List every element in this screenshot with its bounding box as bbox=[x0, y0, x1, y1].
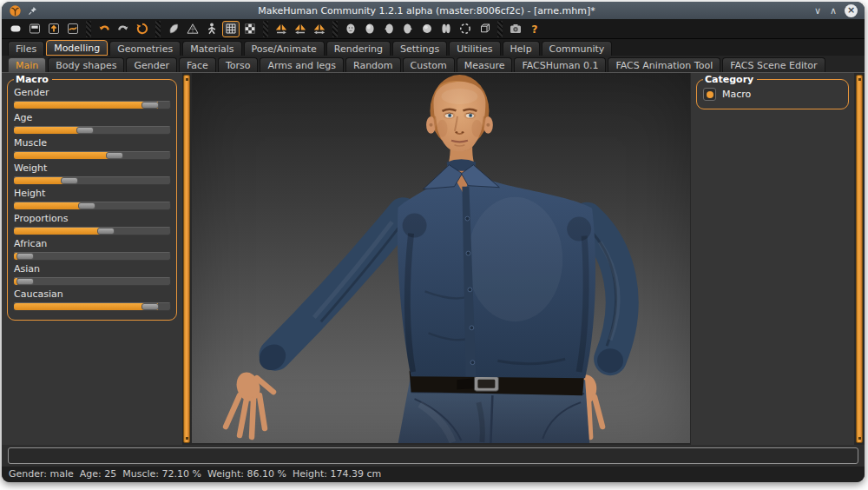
view-perspective-icon[interactable] bbox=[476, 21, 493, 37]
undo-icon[interactable] bbox=[95, 21, 113, 37]
subtab-face[interactable]: Face bbox=[179, 57, 216, 72]
tab-help[interactable]: Help bbox=[503, 41, 540, 56]
pin-icon[interactable] bbox=[27, 5, 38, 17]
subtab-body-shapes[interactable]: Body shapes bbox=[48, 57, 124, 72]
subtab-measure[interactable]: Measure bbox=[457, 57, 513, 72]
view-top-icon[interactable] bbox=[361, 21, 378, 37]
category-groupbox-label: Category bbox=[703, 74, 757, 85]
tab-settings[interactable]: Settings bbox=[392, 41, 447, 56]
slider-fill bbox=[14, 152, 117, 159]
subtab-custom[interactable]: Custom bbox=[403, 57, 455, 72]
tab-pose-animate[interactable]: Pose/Animate bbox=[244, 41, 325, 56]
tab-community[interactable]: Community bbox=[542, 41, 613, 56]
slider-label-caucasian: Caucasian bbox=[14, 288, 171, 300]
subtab-facs-animation-tool[interactable]: FACS Animation Tool bbox=[608, 57, 720, 72]
subtab-gender[interactable]: Gender bbox=[126, 57, 177, 72]
human-model[interactable] bbox=[192, 73, 690, 443]
left-panel-scrollbar[interactable] bbox=[183, 75, 190, 443]
slider-gender[interactable] bbox=[13, 101, 171, 109]
slider-label-proportions: Proportions bbox=[14, 213, 171, 224]
titlebar[interactable]: MakeHuman Community 1.2.1 alpha (master:… bbox=[2, 2, 865, 19]
viewport-3d[interactable] bbox=[192, 73, 690, 443]
symmetry-both-icon[interactable] bbox=[311, 21, 328, 37]
slider-row: Height bbox=[13, 188, 171, 210]
tab-materials[interactable]: Materials bbox=[182, 41, 241, 56]
slider-caucasian[interactable] bbox=[13, 302, 171, 311]
slider-handle[interactable] bbox=[106, 152, 123, 159]
slider-row: Asian bbox=[13, 263, 171, 286]
save-icon[interactable] bbox=[45, 21, 62, 37]
reset-icon[interactable] bbox=[134, 21, 151, 37]
subtab-torso[interactable]: Torso bbox=[218, 57, 259, 72]
subtab-facs-scene-editor[interactable]: FACS Scene Editor bbox=[722, 57, 825, 72]
slider-handle[interactable] bbox=[141, 303, 159, 310]
slider-handle[interactable] bbox=[61, 177, 78, 184]
subtab-main[interactable]: Main bbox=[8, 57, 46, 72]
slider-handle[interactable] bbox=[76, 127, 94, 134]
slider-asian[interactable] bbox=[13, 277, 171, 286]
tab-utilities[interactable]: Utilities bbox=[449, 41, 500, 56]
help-icon[interactable]: ? bbox=[526, 21, 543, 37]
skeleton-icon[interactable] bbox=[203, 21, 220, 37]
grab-screen-icon[interactable] bbox=[507, 21, 524, 37]
slider-label-height: Height bbox=[14, 188, 171, 199]
slider-weight[interactable] bbox=[13, 176, 171, 185]
category-option-macro[interactable]: Macro bbox=[702, 86, 843, 103]
new-icon[interactable] bbox=[7, 21, 24, 37]
slider-fill bbox=[14, 303, 158, 310]
slider-muscle[interactable] bbox=[13, 151, 171, 160]
content-area: Macro GenderAgeMuscleWeightHeightProport… bbox=[2, 73, 865, 445]
subtab-random[interactable]: Random bbox=[345, 57, 401, 72]
head bbox=[426, 75, 493, 151]
radio-button[interactable] bbox=[703, 88, 716, 101]
symmetry-right-icon[interactable] bbox=[273, 21, 290, 37]
background-icon[interactable] bbox=[241, 21, 259, 37]
tab-rendering[interactable]: Rendering bbox=[326, 41, 391, 56]
wireframe-icon[interactable] bbox=[184, 21, 201, 37]
tab-geometries[interactable]: Geometries bbox=[109, 41, 181, 56]
slider-handle[interactable] bbox=[78, 202, 95, 209]
maximize-button[interactable]: ∧ bbox=[825, 5, 841, 17]
progress-row bbox=[2, 445, 865, 467]
load-icon[interactable] bbox=[26, 21, 43, 37]
toolbar-group: ? bbox=[505, 21, 545, 37]
view-orbit-icon[interactable] bbox=[457, 21, 474, 37]
symmetry-left-icon[interactable] bbox=[292, 21, 309, 37]
view-front-icon[interactable] bbox=[342, 21, 359, 37]
slider-label-gender: Gender bbox=[14, 87, 171, 98]
slider-height[interactable] bbox=[13, 202, 171, 210]
slider-fill bbox=[14, 228, 108, 235]
tab-files[interactable]: Files bbox=[8, 41, 44, 56]
view-feet-icon[interactable] bbox=[437, 21, 455, 37]
slider-handle[interactable] bbox=[97, 228, 115, 235]
left-panel: Macro GenderAgeMuscleWeightHeightProport… bbox=[2, 73, 182, 445]
slider-proportions[interactable] bbox=[13, 227, 171, 235]
slider-row: Age bbox=[13, 112, 171, 135]
slider-fill bbox=[14, 102, 158, 109]
category-options: Macro bbox=[702, 86, 843, 103]
slider-handle[interactable] bbox=[141, 102, 159, 109]
view-back-icon[interactable] bbox=[418, 21, 436, 37]
slider-handle[interactable] bbox=[16, 253, 34, 260]
subtab-facshuman-0-1[interactable]: FACSHuman 0.1 bbox=[514, 57, 606, 72]
smooth-icon[interactable] bbox=[165, 21, 182, 37]
subtab-arms-and-legs[interactable]: Arms and legs bbox=[260, 57, 344, 72]
slider-age[interactable] bbox=[13, 126, 171, 135]
right-panel-scrollbar[interactable] bbox=[856, 75, 863, 443]
slider-row: Caucasian bbox=[13, 288, 171, 311]
macro-sliders: GenderAgeMuscleWeightHeightProportionsAf… bbox=[13, 87, 171, 311]
grid-icon[interactable] bbox=[222, 21, 240, 37]
close-button[interactable]: × bbox=[845, 4, 858, 17]
tab-modelling[interactable]: Modelling bbox=[46, 40, 108, 56]
minimize-button[interactable]: ∨ bbox=[810, 5, 825, 17]
svg-text:?: ? bbox=[531, 23, 537, 36]
export-icon[interactable] bbox=[64, 21, 82, 37]
makehuman-window: MakeHuman Community 1.2.1 alpha (master:… bbox=[2, 2, 865, 482]
view-side-right-icon[interactable] bbox=[399, 21, 417, 37]
redo-icon[interactable] bbox=[115, 21, 132, 37]
main-tab-bar: FilesModellingGeometriesMaterialsPose/An… bbox=[2, 39, 865, 56]
macro-groupbox-label: Macro bbox=[14, 74, 52, 85]
view-side-left-icon[interactable] bbox=[380, 21, 398, 37]
slider-african[interactable] bbox=[13, 252, 171, 261]
slider-handle[interactable] bbox=[16, 278, 34, 285]
